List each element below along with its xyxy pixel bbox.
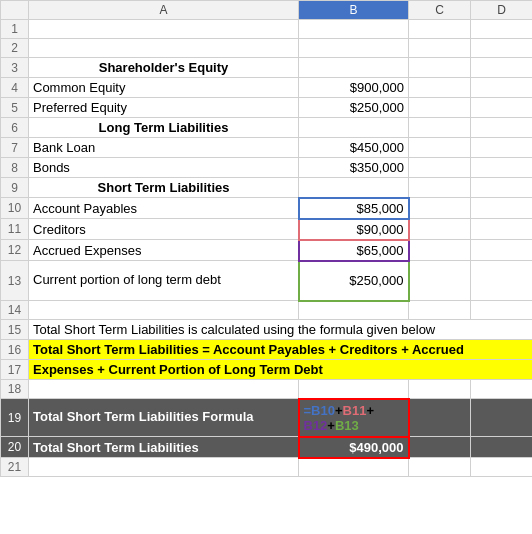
cell-c11[interactable] (409, 219, 471, 240)
cell-d13[interactable] (471, 261, 533, 301)
cell-c3[interactable] (409, 58, 471, 78)
cell-a3[interactable]: Shareholder's Equity (29, 58, 299, 78)
cell-c10[interactable] (409, 198, 471, 219)
cell-b2[interactable] (299, 39, 409, 58)
row-13: 13 Current portion of long term debt $25… (1, 261, 533, 301)
cell-d7[interactable] (471, 138, 533, 158)
cell-d9[interactable] (471, 178, 533, 198)
cell-b13[interactable]: $250,000 (299, 261, 409, 301)
cell-a18[interactable] (29, 380, 299, 399)
cell-c14[interactable] (409, 301, 471, 320)
cell-b12[interactable]: $65,000 (299, 240, 409, 261)
cell-b11[interactable]: $90,000 (299, 219, 409, 240)
row-1: 1 (1, 20, 533, 39)
cell-c19[interactable] (409, 399, 471, 437)
cell-d18[interactable] (471, 380, 533, 399)
row-17: 17 Expenses + Current Portion of Long Te… (1, 360, 533, 380)
row-num-7: 7 (1, 138, 29, 158)
col-a-header[interactable]: A (29, 1, 299, 20)
cell-a1[interactable] (29, 20, 299, 39)
cell-b7[interactable]: $450,000 (299, 138, 409, 158)
row-num-6: 6 (1, 118, 29, 138)
cell-d12[interactable] (471, 240, 533, 261)
cell-a15: Total Short Term Liabilities is calculat… (29, 320, 533, 340)
cell-b1[interactable] (299, 20, 409, 39)
cell-a20[interactable]: Total Short Term Liabilities (29, 437, 299, 458)
cell-a10[interactable]: Account Payables (29, 198, 299, 219)
cell-c20[interactable] (409, 437, 471, 458)
cell-c12[interactable] (409, 240, 471, 261)
cell-d4[interactable] (471, 78, 533, 98)
cell-c9[interactable] (409, 178, 471, 198)
cell-a16: Total Short Term Liabilities = Account P… (29, 340, 533, 360)
cell-d2[interactable] (471, 39, 533, 58)
row-9: 9 Short Term Liabilities (1, 178, 533, 198)
cell-c7[interactable] (409, 138, 471, 158)
row-num-18: 18 (1, 380, 29, 399)
col-d-header[interactable]: D (471, 1, 533, 20)
cell-b8[interactable]: $350,000 (299, 158, 409, 178)
row-15: 15 Total Short Term Liabilities is calcu… (1, 320, 533, 340)
row-num-10: 10 (1, 198, 29, 219)
cell-d3[interactable] (471, 58, 533, 78)
cell-a12[interactable]: Accrued Expenses (29, 240, 299, 261)
cell-d19[interactable] (471, 399, 533, 437)
cell-d14[interactable] (471, 301, 533, 320)
row-num-4: 4 (1, 78, 29, 98)
cell-d5[interactable] (471, 98, 533, 118)
cell-c8[interactable] (409, 158, 471, 178)
cell-c13[interactable] (409, 261, 471, 301)
cell-a13[interactable]: Current portion of long term debt (29, 261, 299, 301)
row-4: 4 Common Equity $900,000 (1, 78, 533, 98)
cell-a5[interactable]: Preferred Equity (29, 98, 299, 118)
formula-plus3: + (327, 418, 335, 433)
cell-a11[interactable]: Creditors (29, 219, 299, 240)
row-num-5: 5 (1, 98, 29, 118)
cell-d20[interactable] (471, 437, 533, 458)
cell-b3[interactable] (299, 58, 409, 78)
cell-a21[interactable] (29, 458, 299, 477)
cell-d11[interactable] (471, 219, 533, 240)
cell-b4[interactable]: $900,000 (299, 78, 409, 98)
cell-a17: Expenses + Current Portion of Long Term … (29, 360, 533, 380)
cell-d1[interactable] (471, 20, 533, 39)
cell-b18[interactable] (299, 380, 409, 399)
cell-b5[interactable]: $250,000 (299, 98, 409, 118)
cell-c2[interactable] (409, 39, 471, 58)
row-num-9: 9 (1, 178, 29, 198)
col-b-header[interactable]: B (299, 1, 409, 20)
cell-b10[interactable]: $85,000 (299, 198, 409, 219)
cell-b19[interactable]: =B10+B11+B12+B13 (299, 399, 409, 437)
cell-d10[interactable] (471, 198, 533, 219)
cell-c4[interactable] (409, 78, 471, 98)
cell-a19[interactable]: Total Short Term Liabilities Formula (29, 399, 299, 437)
cell-b14[interactable] (299, 301, 409, 320)
row-16: 16 Total Short Term Liabilities = Accoun… (1, 340, 533, 360)
cell-a7[interactable]: Bank Loan (29, 138, 299, 158)
cell-a9[interactable]: Short Term Liabilities (29, 178, 299, 198)
cell-c5[interactable] (409, 98, 471, 118)
cell-a8[interactable]: Bonds (29, 158, 299, 178)
row-21: 21 (1, 458, 533, 477)
cell-c1[interactable] (409, 20, 471, 39)
formula-plus2: + (366, 403, 374, 418)
cell-b6[interactable] (299, 118, 409, 138)
col-c-header[interactable]: C (409, 1, 471, 20)
cell-c6[interactable] (409, 118, 471, 138)
cell-d8[interactable] (471, 158, 533, 178)
cell-c18[interactable] (409, 380, 471, 399)
cell-a14[interactable] (29, 301, 299, 320)
cell-d6[interactable] (471, 118, 533, 138)
cell-b9[interactable] (299, 178, 409, 198)
row-num-16: 16 (1, 340, 29, 360)
row-14: 14 (1, 301, 533, 320)
cell-a4[interactable]: Common Equity (29, 78, 299, 98)
cell-a6[interactable]: Long Term Liabilities (29, 118, 299, 138)
cell-d21[interactable] (471, 458, 533, 477)
row-num-8: 8 (1, 158, 29, 178)
cell-b20[interactable]: $490,000 (299, 437, 409, 458)
cell-c21[interactable] (409, 458, 471, 477)
formula-b10: =B10 (304, 403, 335, 418)
cell-b21[interactable] (299, 458, 409, 477)
cell-a2[interactable] (29, 39, 299, 58)
